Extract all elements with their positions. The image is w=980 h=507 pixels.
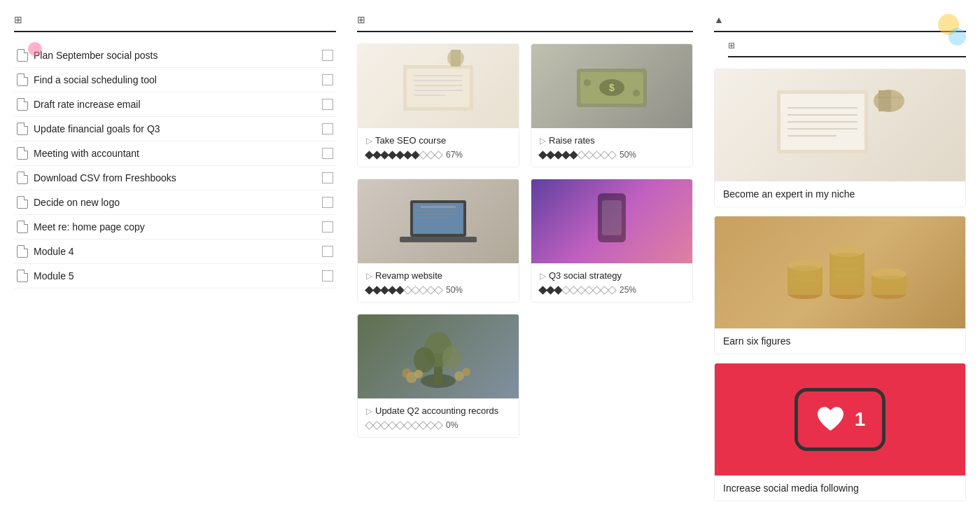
- action-items-column: ⊞ Plan September social posts Find a soc…: [14, 14, 336, 507]
- goal-image-niche: [715, 69, 965, 181]
- svg-rect-8: [451, 50, 461, 67]
- project-card[interactable]: $ ▷ Raise rates 50%: [531, 43, 693, 167]
- svg-point-47: [788, 277, 822, 288]
- goal-card[interactable]: Become an expert in my niche: [714, 69, 966, 207]
- project-image-seo: [358, 44, 519, 128]
- task-item: Meeting with accountant: [14, 141, 336, 166]
- diamond-empty: [608, 151, 617, 160]
- task-label: Module 5: [34, 270, 74, 282]
- project-arrow-icon: ▷: [366, 136, 372, 146]
- progress-diamonds: [540, 287, 615, 293]
- task-left: Find a social scheduling tool: [17, 74, 157, 86]
- goal-card[interactable]: 1 Increase social media following: [714, 363, 966, 501]
- goal-card-label: Become an expert in my niche: [715, 181, 965, 207]
- svg-rect-19: [417, 210, 459, 211]
- task-left: Download CSV from Freshbooks: [17, 172, 176, 184]
- diamond-empty: [434, 421, 443, 430]
- coins-svg: [735, 223, 945, 314]
- task-doc-icon: [17, 270, 28, 282]
- svg-rect-20: [417, 214, 456, 215]
- book-niche-svg: [735, 69, 945, 181]
- task-label: Meet re: home page copy: [34, 221, 145, 232]
- task-checkbox[interactable]: [322, 148, 333, 159]
- active-projects-header: ⊞: [357, 14, 693, 32]
- task-doc-icon: [17, 123, 28, 135]
- diamond-empty: [434, 286, 443, 295]
- project-card[interactable]: ▷ Revamp website 50%: [357, 179, 519, 303]
- task-label: Decide on new logo: [34, 197, 120, 208]
- svg-point-58: [872, 275, 906, 286]
- svg-rect-18: [421, 206, 456, 208]
- svg-point-25: [414, 347, 435, 373]
- progress-diamonds: [540, 152, 615, 158]
- project-card[interactable]: ▷ Take SEO course 67%: [357, 43, 519, 167]
- task-checkbox[interactable]: [322, 172, 333, 183]
- task-doc-icon: [17, 172, 28, 184]
- goals-list: Become an expert in my niche: [714, 69, 966, 501]
- project-image-rates: $: [531, 44, 692, 128]
- projects-grid: ▷ Take SEO course 67% $: [357, 43, 693, 438]
- active-projects-column: ⊞ ▷ Take SEO course: [357, 14, 693, 507]
- project-title-row: ▷ Update Q2 accounting records: [366, 405, 510, 416]
- task-checkbox[interactable]: [322, 246, 333, 257]
- task-label: Download CSV from Freshbooks: [34, 172, 176, 183]
- goal-card[interactable]: Earn six figures: [714, 216, 966, 354]
- task-doc-icon: [17, 245, 28, 258]
- task-left: Module 5: [17, 270, 74, 282]
- task-checkbox[interactable]: [322, 123, 333, 134]
- svg-rect-17: [400, 237, 477, 242]
- task-label: Find a social scheduling tool: [34, 74, 157, 85]
- gallery-icon: ⊞: [728, 41, 735, 50]
- progress-pct: 25%: [620, 285, 636, 295]
- heart-badge: 1: [794, 388, 886, 451]
- project-card-body: ▷ Update Q2 accounting records 0%: [358, 398, 519, 437]
- project-card-body: ▷ Raise rates 50%: [531, 128, 692, 167]
- project-title-row: ▷ Take SEO course: [366, 135, 510, 146]
- action-items-header: ⊞: [14, 14, 336, 32]
- gallery-tab[interactable]: ⊞: [728, 35, 966, 57]
- project-card-title: Raise rates: [549, 135, 595, 146]
- progress-pct: 0%: [446, 420, 458, 430]
- heart-svg: [815, 405, 846, 433]
- task-item: Plan September social posts: [14, 43, 336, 68]
- progress-diamonds: [366, 287, 442, 293]
- svg-rect-40: [878, 90, 891, 111]
- svg-point-14: [633, 90, 640, 97]
- progress-row: 67%: [366, 150, 510, 160]
- task-checkbox[interactable]: [322, 221, 333, 232]
- task-doc-icon: [17, 196, 28, 209]
- task-checkbox[interactable]: [322, 197, 333, 208]
- progress-pct: 50%: [620, 150, 636, 160]
- svg-point-54: [830, 274, 864, 285]
- task-label: Meeting with accountant: [34, 148, 139, 159]
- task-item: Find a social scheduling tool: [14, 68, 336, 92]
- task-doc-icon: [17, 221, 28, 233]
- task-checkbox[interactable]: [322, 99, 333, 110]
- svg-point-31: [462, 368, 470, 376]
- progress-row: 50%: [366, 285, 510, 295]
- svg-point-26: [442, 346, 462, 370]
- svg-text:$: $: [609, 82, 615, 93]
- project-arrow-icon: ▷: [540, 136, 546, 146]
- svg-rect-1: [407, 69, 470, 107]
- task-checkbox[interactable]: [322, 270, 333, 282]
- goal-image-sixfigures: [715, 216, 965, 328]
- phone-shape: [591, 193, 633, 249]
- task-checkbox[interactable]: [322, 74, 333, 85]
- svg-rect-21: [417, 217, 449, 218]
- task-checkbox[interactable]: [322, 50, 333, 61]
- task-doc-icon: [17, 147, 28, 160]
- project-image-accounting: [358, 314, 519, 398]
- active-projects-icon: ⊞: [357, 14, 365, 25]
- goal-card-label: Increase social media following: [715, 475, 965, 501]
- project-arrow-icon: ▷: [366, 406, 372, 416]
- project-card[interactable]: ▷ Q3 social strategy 25%: [531, 179, 693, 303]
- project-image-social: [531, 179, 692, 263]
- money-svg: $: [566, 44, 657, 128]
- project-card[interactable]: ▷ Update Q2 accounting records 0%: [357, 314, 519, 438]
- goal-image-social: 1: [715, 363, 965, 475]
- plant-svg: [368, 314, 508, 398]
- task-item: Update financial goals for Q3: [14, 117, 336, 141]
- task-left: Module 4: [17, 245, 74, 258]
- task-left: Draft rate increase email: [17, 98, 141, 111]
